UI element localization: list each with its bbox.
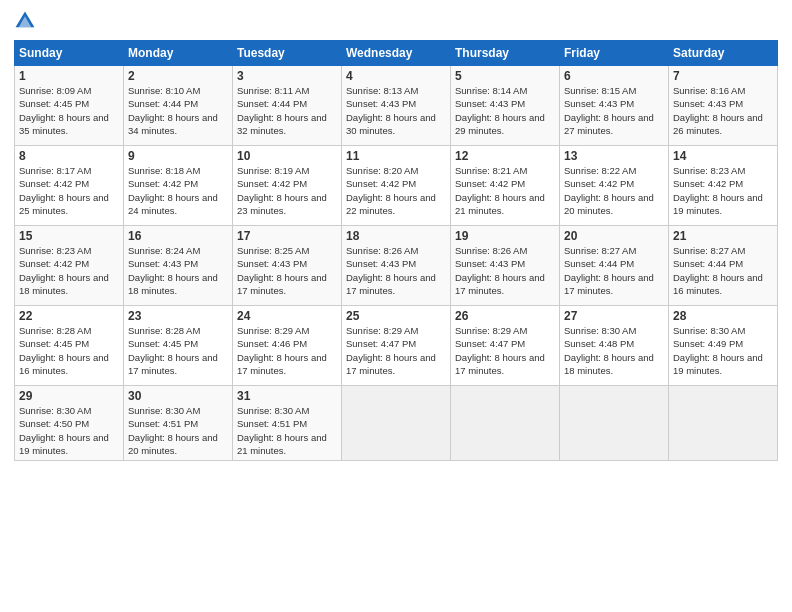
calendar-cell: 28Sunrise: 8:30 AMSunset: 4:49 PMDayligh… bbox=[669, 306, 778, 386]
day-info: Sunrise: 8:26 AMSunset: 4:43 PMDaylight:… bbox=[455, 245, 545, 296]
calendar-cell: 27Sunrise: 8:30 AMSunset: 4:48 PMDayligh… bbox=[560, 306, 669, 386]
col-header-friday: Friday bbox=[560, 41, 669, 66]
day-number: 10 bbox=[237, 149, 337, 163]
calendar-cell: 4Sunrise: 8:13 AMSunset: 4:43 PMDaylight… bbox=[342, 66, 451, 146]
col-header-wednesday: Wednesday bbox=[342, 41, 451, 66]
calendar-cell: 15Sunrise: 8:23 AMSunset: 4:42 PMDayligh… bbox=[15, 226, 124, 306]
day-number: 9 bbox=[128, 149, 228, 163]
calendar-cell: 20Sunrise: 8:27 AMSunset: 4:44 PMDayligh… bbox=[560, 226, 669, 306]
page-container: SundayMondayTuesdayWednesdayThursdayFrid… bbox=[0, 0, 792, 467]
day-number: 29 bbox=[19, 389, 119, 403]
logo bbox=[14, 10, 40, 32]
day-info: Sunrise: 8:30 AMSunset: 4:50 PMDaylight:… bbox=[19, 405, 109, 456]
calendar-cell bbox=[451, 386, 560, 461]
calendar-week-row: 8Sunrise: 8:17 AMSunset: 4:42 PMDaylight… bbox=[15, 146, 778, 226]
col-header-monday: Monday bbox=[124, 41, 233, 66]
day-number: 11 bbox=[346, 149, 446, 163]
logo-icon bbox=[14, 10, 36, 32]
calendar-week-row: 15Sunrise: 8:23 AMSunset: 4:42 PMDayligh… bbox=[15, 226, 778, 306]
calendar-cell: 24Sunrise: 8:29 AMSunset: 4:46 PMDayligh… bbox=[233, 306, 342, 386]
day-number: 21 bbox=[673, 229, 773, 243]
calendar-cell: 31Sunrise: 8:30 AMSunset: 4:51 PMDayligh… bbox=[233, 386, 342, 461]
calendar-cell: 11Sunrise: 8:20 AMSunset: 4:42 PMDayligh… bbox=[342, 146, 451, 226]
day-info: Sunrise: 8:17 AMSunset: 4:42 PMDaylight:… bbox=[19, 165, 109, 216]
day-number: 7 bbox=[673, 69, 773, 83]
calendar-cell: 3Sunrise: 8:11 AMSunset: 4:44 PMDaylight… bbox=[233, 66, 342, 146]
day-number: 1 bbox=[19, 69, 119, 83]
day-number: 28 bbox=[673, 309, 773, 323]
calendar-cell: 25Sunrise: 8:29 AMSunset: 4:47 PMDayligh… bbox=[342, 306, 451, 386]
day-info: Sunrise: 8:27 AMSunset: 4:44 PMDaylight:… bbox=[564, 245, 654, 296]
day-info: Sunrise: 8:20 AMSunset: 4:42 PMDaylight:… bbox=[346, 165, 436, 216]
day-info: Sunrise: 8:25 AMSunset: 4:43 PMDaylight:… bbox=[237, 245, 327, 296]
calendar-cell: 29Sunrise: 8:30 AMSunset: 4:50 PMDayligh… bbox=[15, 386, 124, 461]
calendar-cell bbox=[669, 386, 778, 461]
day-number: 17 bbox=[237, 229, 337, 243]
calendar-header-row: SundayMondayTuesdayWednesdayThursdayFrid… bbox=[15, 41, 778, 66]
day-info: Sunrise: 8:24 AMSunset: 4:43 PMDaylight:… bbox=[128, 245, 218, 296]
day-number: 12 bbox=[455, 149, 555, 163]
day-info: Sunrise: 8:30 AMSunset: 4:48 PMDaylight:… bbox=[564, 325, 654, 376]
col-header-saturday: Saturday bbox=[669, 41, 778, 66]
calendar-cell: 7Sunrise: 8:16 AMSunset: 4:43 PMDaylight… bbox=[669, 66, 778, 146]
calendar-cell: 19Sunrise: 8:26 AMSunset: 4:43 PMDayligh… bbox=[451, 226, 560, 306]
calendar-cell: 1Sunrise: 8:09 AMSunset: 4:45 PMDaylight… bbox=[15, 66, 124, 146]
calendar-cell: 16Sunrise: 8:24 AMSunset: 4:43 PMDayligh… bbox=[124, 226, 233, 306]
day-info: Sunrise: 8:14 AMSunset: 4:43 PMDaylight:… bbox=[455, 85, 545, 136]
day-number: 13 bbox=[564, 149, 664, 163]
calendar-cell: 21Sunrise: 8:27 AMSunset: 4:44 PMDayligh… bbox=[669, 226, 778, 306]
day-number: 22 bbox=[19, 309, 119, 323]
calendar-week-row: 29Sunrise: 8:30 AMSunset: 4:50 PMDayligh… bbox=[15, 386, 778, 461]
day-info: Sunrise: 8:30 AMSunset: 4:51 PMDaylight:… bbox=[237, 405, 327, 456]
day-info: Sunrise: 8:10 AMSunset: 4:44 PMDaylight:… bbox=[128, 85, 218, 136]
day-number: 27 bbox=[564, 309, 664, 323]
calendar-cell: 22Sunrise: 8:28 AMSunset: 4:45 PMDayligh… bbox=[15, 306, 124, 386]
calendar-cell bbox=[342, 386, 451, 461]
day-info: Sunrise: 8:16 AMSunset: 4:43 PMDaylight:… bbox=[673, 85, 763, 136]
day-number: 19 bbox=[455, 229, 555, 243]
day-info: Sunrise: 8:29 AMSunset: 4:47 PMDaylight:… bbox=[346, 325, 436, 376]
calendar-cell: 18Sunrise: 8:26 AMSunset: 4:43 PMDayligh… bbox=[342, 226, 451, 306]
day-info: Sunrise: 8:28 AMSunset: 4:45 PMDaylight:… bbox=[128, 325, 218, 376]
col-header-tuesday: Tuesday bbox=[233, 41, 342, 66]
day-info: Sunrise: 8:19 AMSunset: 4:42 PMDaylight:… bbox=[237, 165, 327, 216]
calendar-cell: 17Sunrise: 8:25 AMSunset: 4:43 PMDayligh… bbox=[233, 226, 342, 306]
calendar-cell: 5Sunrise: 8:14 AMSunset: 4:43 PMDaylight… bbox=[451, 66, 560, 146]
day-number: 20 bbox=[564, 229, 664, 243]
calendar-cell: 14Sunrise: 8:23 AMSunset: 4:42 PMDayligh… bbox=[669, 146, 778, 226]
day-info: Sunrise: 8:15 AMSunset: 4:43 PMDaylight:… bbox=[564, 85, 654, 136]
day-info: Sunrise: 8:22 AMSunset: 4:42 PMDaylight:… bbox=[564, 165, 654, 216]
calendar-cell: 6Sunrise: 8:15 AMSunset: 4:43 PMDaylight… bbox=[560, 66, 669, 146]
day-info: Sunrise: 8:11 AMSunset: 4:44 PMDaylight:… bbox=[237, 85, 327, 136]
calendar-cell: 23Sunrise: 8:28 AMSunset: 4:45 PMDayligh… bbox=[124, 306, 233, 386]
day-number: 25 bbox=[346, 309, 446, 323]
day-number: 15 bbox=[19, 229, 119, 243]
calendar-week-row: 22Sunrise: 8:28 AMSunset: 4:45 PMDayligh… bbox=[15, 306, 778, 386]
header bbox=[14, 10, 778, 32]
day-info: Sunrise: 8:29 AMSunset: 4:47 PMDaylight:… bbox=[455, 325, 545, 376]
day-number: 30 bbox=[128, 389, 228, 403]
day-number: 26 bbox=[455, 309, 555, 323]
day-number: 14 bbox=[673, 149, 773, 163]
day-info: Sunrise: 8:23 AMSunset: 4:42 PMDaylight:… bbox=[673, 165, 763, 216]
day-info: Sunrise: 8:29 AMSunset: 4:46 PMDaylight:… bbox=[237, 325, 327, 376]
calendar-cell: 2Sunrise: 8:10 AMSunset: 4:44 PMDaylight… bbox=[124, 66, 233, 146]
day-number: 31 bbox=[237, 389, 337, 403]
day-number: 5 bbox=[455, 69, 555, 83]
calendar-cell: 10Sunrise: 8:19 AMSunset: 4:42 PMDayligh… bbox=[233, 146, 342, 226]
day-info: Sunrise: 8:30 AMSunset: 4:49 PMDaylight:… bbox=[673, 325, 763, 376]
day-info: Sunrise: 8:21 AMSunset: 4:42 PMDaylight:… bbox=[455, 165, 545, 216]
col-header-thursday: Thursday bbox=[451, 41, 560, 66]
day-info: Sunrise: 8:30 AMSunset: 4:51 PMDaylight:… bbox=[128, 405, 218, 456]
day-info: Sunrise: 8:28 AMSunset: 4:45 PMDaylight:… bbox=[19, 325, 109, 376]
col-header-sunday: Sunday bbox=[15, 41, 124, 66]
day-number: 18 bbox=[346, 229, 446, 243]
calendar-cell bbox=[560, 386, 669, 461]
calendar-cell: 12Sunrise: 8:21 AMSunset: 4:42 PMDayligh… bbox=[451, 146, 560, 226]
calendar-cell: 8Sunrise: 8:17 AMSunset: 4:42 PMDaylight… bbox=[15, 146, 124, 226]
calendar-table: SundayMondayTuesdayWednesdayThursdayFrid… bbox=[14, 40, 778, 461]
day-info: Sunrise: 8:18 AMSunset: 4:42 PMDaylight:… bbox=[128, 165, 218, 216]
calendar-cell: 30Sunrise: 8:30 AMSunset: 4:51 PMDayligh… bbox=[124, 386, 233, 461]
day-number: 8 bbox=[19, 149, 119, 163]
calendar-cell: 13Sunrise: 8:22 AMSunset: 4:42 PMDayligh… bbox=[560, 146, 669, 226]
